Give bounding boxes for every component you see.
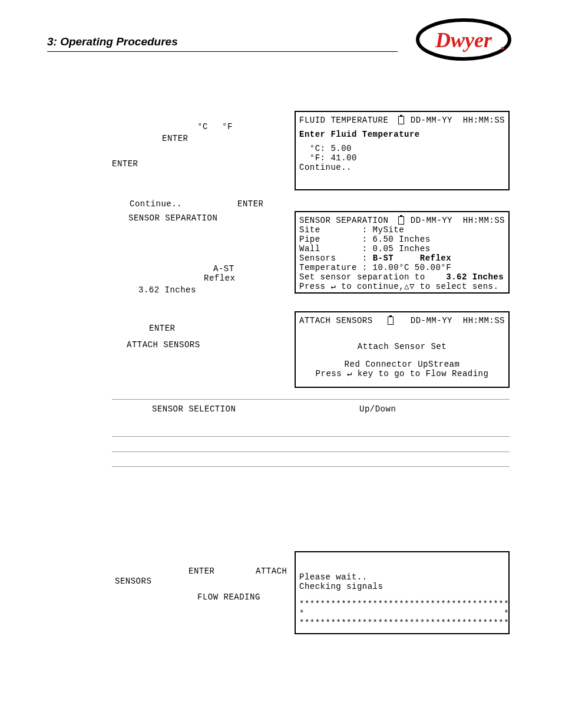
enter-key-label: ENTER — [189, 566, 215, 576]
attach-sensors-label: ATTACH SENSORS — [127, 340, 200, 350]
screen-line: **************************************** — [299, 599, 505, 609]
screen-title: SENSOR SEPARATION — [299, 216, 388, 225]
screen-attach-sensors: ATTACH SENSORS DD-MM-YY HH:MM:SS Attach … — [295, 311, 510, 388]
battery-icon — [398, 216, 404, 225]
sensor-selection-label: SENSOR SELECTION — [152, 404, 236, 414]
screen-line: Please wait.. — [299, 572, 505, 582]
screen-please-wait: Please wait.. Checking signals *********… — [295, 551, 510, 634]
divider — [112, 399, 510, 400]
enter-key-label: ENTER — [162, 134, 189, 143]
screen-line: Checking signals — [299, 582, 505, 591]
screen-timestamp: DD-MM-YY HH:MM:SS — [411, 216, 505, 225]
sensor-mode-label: Reflex — [204, 274, 235, 283]
screen-title: ATTACH SENSORS — [299, 316, 373, 325]
svg-text:Dwyer: Dwyer — [435, 28, 492, 52]
page-title: 3: Operating Procedures — [47, 35, 178, 48]
screen-line: Site : MySite — [299, 225, 505, 235]
divider — [112, 436, 510, 437]
screen-line: Red Connector UpStream — [299, 360, 505, 369]
temp-unit-c: °C — [197, 122, 208, 131]
screen-line: Pipe : 6.50 Inches — [299, 235, 505, 244]
updown-label: Up/Down — [359, 404, 396, 414]
screen-title: FLUID TEMPERATURE — [299, 116, 388, 125]
continue-label: Continue.. — [130, 199, 182, 209]
screen-fluid-temperature: FLUID TEMPERATURE DD-MM-YY HH:MM:SS Ente… — [295, 111, 510, 190]
screen-line: Press ↵ key to go to Flow Reading — [299, 369, 505, 378]
divider — [112, 452, 510, 452]
screen-timestamp: DD-MM-YY HH:MM:SS — [411, 316, 505, 325]
sensor-separation-label: SENSOR SEPARATION — [128, 213, 217, 223]
screen-line: **************************************** — [299, 618, 505, 628]
separation-value: 3.62 Inches — [138, 285, 196, 295]
screen-line: Set sensor separation to 3.62 Inches — [299, 272, 505, 282]
screen-prompt: Enter Fluid Temperature — [299, 130, 505, 139]
screen-line: * * — [299, 609, 505, 618]
screen-line: Press ↵ to continue,△▽ to select sens. — [299, 282, 505, 291]
enter-key-label: ENTER — [149, 324, 176, 333]
svg-point-2 — [501, 47, 504, 50]
screen-line: Attach Sensor Set — [299, 342, 505, 351]
screen-line: Sensors : B-ST Reflex — [299, 253, 505, 263]
sensors-label: SENSORS — [115, 577, 151, 586]
flow-reading-label: FLOW READING — [197, 592, 260, 602]
screen-sensor-separation: SENSOR SEPARATION DD-MM-YY HH:MM:SS Site… — [295, 211, 510, 294]
screen-line: Wall : 0.05 Inches — [299, 244, 505, 253]
enter-key-label: ENTER — [112, 159, 138, 169]
screen-line: °C: 5.00 — [299, 144, 505, 153]
header-rule — [47, 51, 398, 52]
battery-icon — [398, 116, 404, 124]
screen-line: °F: 41.00 — [299, 153, 505, 163]
divider — [112, 466, 510, 467]
screen-line: Temperature : 10.00°C 50.00°F — [299, 263, 505, 272]
sensor-type-label: A-ST — [213, 264, 234, 274]
battery-icon — [388, 317, 394, 325]
enter-key-label: ENTER — [237, 199, 264, 209]
attach-label: ATTACH — [256, 566, 287, 576]
screen-timestamp: DD-MM-YY HH:MM:SS — [411, 116, 505, 125]
screen-line: Continue.. — [299, 163, 505, 172]
temp-unit-f: °F — [222, 122, 233, 131]
brand-logo: Dwyer — [415, 18, 513, 62]
